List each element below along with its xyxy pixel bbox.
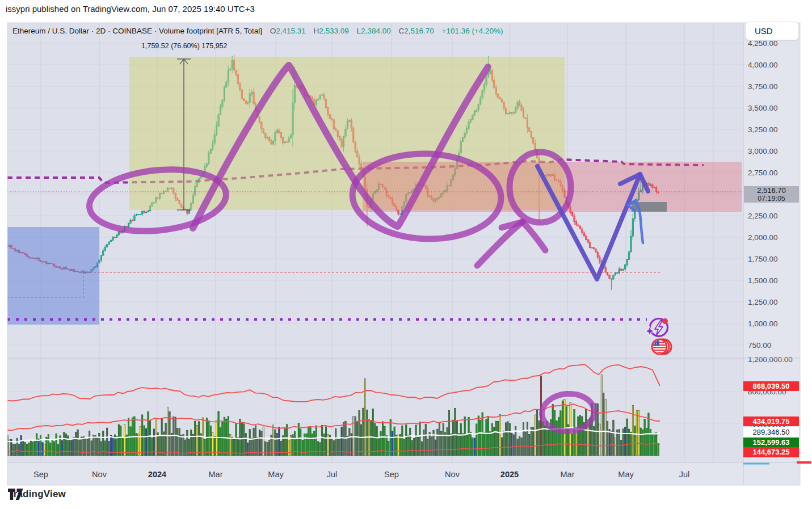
svg-text:Mar: Mar (209, 470, 223, 479)
svg-text:Mar: Mar (561, 470, 575, 479)
svg-text:Nov: Nov (445, 470, 460, 479)
open-value: 2,415.31 (276, 27, 306, 35)
svg-text:Jul: Jul (679, 470, 690, 479)
low-value: 2,384.00 (361, 27, 391, 35)
tradingview-published-chart: 4,250.004,000.003,750.003,500.003,250.00… (0, 0, 812, 509)
svg-text:1,500.00: 1,500.00 (748, 276, 778, 285)
symbol-title: Ethereum / U.S. Dollar · 2D · COINBASE ·… (12, 27, 262, 35)
last-price-label: 2,516.70 07:19:05 (744, 186, 799, 203)
svg-text:2024: 2024 (148, 470, 166, 479)
tradingview-logo-icon (8, 489, 23, 500)
svg-text:2025: 2025 (500, 470, 519, 479)
close-key: C (398, 27, 404, 35)
close-value: 2,516.70 (404, 27, 434, 35)
svg-text:2,250.00: 2,250.00 (748, 212, 778, 220)
svg-text:3,250.00: 3,250.00 (748, 125, 778, 134)
volume-band-lower-label: 434,019.75 (743, 417, 799, 427)
volume-current-label: 152,599.63 (743, 438, 799, 448)
open-key: O (270, 27, 276, 35)
svg-text:Jul: Jul (327, 470, 338, 479)
last-price-value: 2,516.70 (744, 187, 799, 195)
svg-text:1,000.00: 1,000.00 (748, 319, 778, 328)
currency-toggle-button[interactable]: USD (745, 22, 799, 40)
volume-ma-label: 289,346.50 (743, 427, 799, 438)
svg-text:1,250.00: 1,250.00 (748, 298, 778, 306)
change-value: +101.36 (+4.20%) (442, 27, 503, 35)
published-byline: issypri published on TradingView.com, Ju… (6, 4, 255, 14)
low-key: L (357, 27, 361, 35)
svg-text:May: May (268, 470, 284, 479)
svg-text:1,750.00: 1,750.00 (748, 255, 778, 263)
bar-countdown: 07:19:05 (744, 195, 799, 203)
svg-text:2,750.00: 2,750.00 (748, 169, 778, 177)
high-key: H (314, 27, 319, 35)
us-flag-coin-sticker[interactable] (652, 339, 671, 354)
svg-text:Sep: Sep (384, 470, 399, 479)
svg-text:3,500.00: 3,500.00 (748, 104, 778, 112)
symbol-info-bar: Ethereum / U.S. Dollar · 2D · COINBASE ·… (12, 27, 503, 35)
svg-text:Nov: Nov (92, 470, 107, 479)
svg-text:Sep: Sep (33, 470, 48, 479)
volume-band-upper-label: 868,039.50 (743, 381, 799, 392)
volume-bottom-band-label: 144,673.25 (743, 447, 799, 457)
svg-text:4,000.00: 4,000.00 (748, 61, 778, 69)
svg-text:3,750.00: 3,750.00 (748, 82, 778, 91)
tradingview-attribution-link[interactable]: TradingView (8, 489, 66, 500)
svg-text:3,000.00: 3,000.00 (748, 147, 778, 155)
measure-tool-label: 1,759.52 (76.60%) 175,952 (141, 42, 228, 50)
svg-text:750.00: 750.00 (748, 341, 771, 350)
svg-text:May: May (618, 470, 634, 479)
high-value: 2,533.09 (319, 27, 349, 35)
svg-text:1,200,000.00: 1,200,000.00 (748, 355, 793, 364)
session-strip (797, 461, 811, 464)
chart-canvas[interactable]: 4,250.004,000.003,750.003,500.003,250.00… (0, 0, 812, 509)
svg-text:2,000.00: 2,000.00 (748, 233, 778, 242)
session-strip (743, 463, 769, 465)
blue-zone (7, 227, 99, 325)
